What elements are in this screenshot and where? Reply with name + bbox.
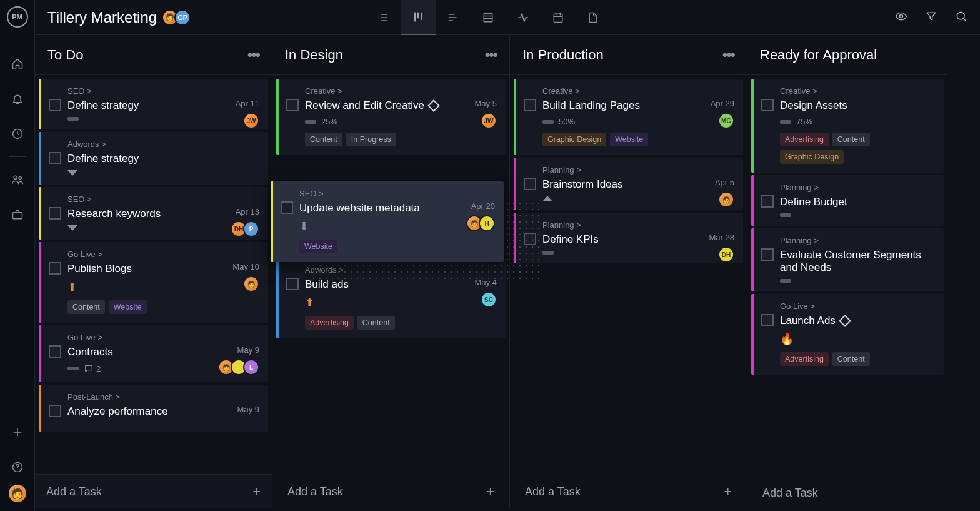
- card-assignees[interactable]: 🧑H: [470, 215, 495, 231]
- tag[interactable]: Advertising: [780, 133, 829, 146]
- add-task-button[interactable]: Add a Task+: [35, 474, 272, 508]
- task-card[interactable]: Go Live >Publish BlogsMay 10🧑⬆ContentWeb…: [39, 242, 268, 323]
- task-card[interactable]: Planning >Evaluate Customer Segments and…: [751, 228, 944, 291]
- task-card[interactable]: Planning >Define KPIsMar 28DH: [514, 213, 743, 263]
- assignee-avatar[interactable]: SC: [481, 291, 497, 308]
- tag[interactable]: Content: [358, 316, 395, 330]
- card-assignees[interactable]: SC: [484, 291, 497, 308]
- tag[interactable]: Graphic Design: [780, 150, 844, 164]
- task-checkbox[interactable]: [524, 99, 536, 111]
- tag[interactable]: In Progress: [346, 133, 396, 146]
- priority-up-icon: ⬆: [68, 280, 77, 294]
- card-assignees[interactable]: DHP: [234, 221, 259, 237]
- assignee-avatar[interactable]: JW: [481, 113, 497, 129]
- view-table-icon[interactable]: [471, 0, 506, 35]
- tag[interactable]: Advertising: [305, 316, 354, 330]
- people-icon[interactable]: [10, 172, 25, 187]
- task-checkbox[interactable]: [49, 207, 61, 220]
- task-card[interactable]: Adwords >Define strategy: [39, 132, 268, 185]
- task-checkbox[interactable]: [761, 314, 774, 326]
- assignee-avatar[interactable]: 🧑: [718, 191, 734, 208]
- view-gantt-icon[interactable]: [436, 0, 471, 35]
- view-activity-icon[interactable]: [506, 0, 541, 35]
- comments-count[interactable]: 2: [84, 363, 101, 373]
- task-checkbox[interactable]: [761, 195, 774, 208]
- tag[interactable]: Advertising: [780, 352, 829, 366]
- tag[interactable]: Website: [610, 133, 648, 146]
- task-checkbox[interactable]: [524, 178, 536, 190]
- card-assignees[interactable]: DH: [722, 246, 734, 263]
- search-icon[interactable]: [955, 10, 968, 24]
- card-assignees[interactable]: 🧑: [247, 276, 259, 292]
- assignee-avatar[interactable]: P: [243, 221, 259, 237]
- column-menu-icon[interactable]: •••: [722, 46, 734, 64]
- tag[interactable]: Graphic Design: [542, 133, 606, 146]
- task-checkbox[interactable]: [761, 248, 774, 261]
- help-icon[interactable]: [10, 460, 25, 475]
- tag[interactable]: Content: [832, 352, 870, 366]
- assignee-avatar[interactable]: 🧑: [243, 276, 259, 292]
- task-card[interactable]: Post-Launch >Analyze performanceMay 9: [39, 385, 268, 432]
- card-assignees[interactable]: 🧑: [722, 191, 734, 208]
- card-assignees[interactable]: MG: [722, 113, 734, 129]
- card-assignees[interactable]: 🧑L: [222, 359, 259, 375]
- dragging-card[interactable]: SEO > Update website metadata Apr 20 🧑H …: [271, 181, 504, 262]
- app-logo[interactable]: PM: [7, 6, 28, 28]
- tag[interactable]: Content: [305, 133, 342, 146]
- view-calendar-icon[interactable]: [541, 0, 576, 35]
- task-checkbox[interactable]: [286, 99, 299, 111]
- assignee-avatar[interactable]: MG: [718, 113, 734, 129]
- priority-high-icon: [542, 196, 552, 201]
- briefcase-icon[interactable]: [10, 207, 25, 222]
- priority-bar-icon: [305, 120, 316, 124]
- assignee-avatar[interactable]: L: [243, 359, 259, 375]
- tag[interactable]: Content: [832, 133, 870, 146]
- task-card[interactable]: Creative >Design Assets75%AdvertisingCon…: [751, 79, 944, 173]
- tag[interactable]: Website: [299, 240, 338, 253]
- task-checkbox[interactable]: [49, 152, 61, 164]
- task-checkbox[interactable]: [286, 278, 299, 290]
- add-task-label: Add a Task: [46, 485, 102, 498]
- view-board-icon[interactable]: [401, 0, 436, 35]
- bell-icon[interactable]: [10, 91, 25, 106]
- home-icon[interactable]: [10, 56, 25, 71]
- task-card[interactable]: SEO >Research keywordsApr 13DHP: [39, 187, 268, 240]
- task-checkbox[interactable]: [281, 201, 293, 214]
- task-card[interactable]: Go Live >ContractsMay 9🧑L 2: [39, 325, 268, 382]
- add-task-button[interactable]: Add a Task+: [514, 475, 743, 508]
- tag[interactable]: Content: [68, 300, 105, 314]
- task-checkbox[interactable]: [49, 99, 61, 111]
- tag[interactable]: Website: [109, 300, 147, 314]
- card-assignees[interactable]: JW: [247, 113, 259, 129]
- filter-icon[interactable]: [925, 10, 938, 24]
- assignee-avatar[interactable]: DH: [718, 246, 734, 263]
- clock-icon[interactable]: [10, 126, 25, 141]
- project-members[interactable]: 🧑GP: [166, 9, 191, 26]
- member-avatar[interactable]: GP: [174, 9, 191, 26]
- task-card[interactable]: SEO >Define strategyApr 11JW: [39, 79, 268, 129]
- card-meta: 25%: [305, 117, 497, 126]
- eye-icon[interactable]: [895, 10, 908, 24]
- task-card[interactable]: Creative >Build Landing PagesApr 29MG50%…: [514, 79, 743, 155]
- task-checkbox[interactable]: [49, 262, 61, 275]
- add-task-button[interactable]: Add a Task: [751, 478, 944, 508]
- task-checkbox[interactable]: [49, 405, 61, 417]
- task-card[interactable]: Planning >Define Budget: [751, 175, 944, 226]
- column-menu-icon[interactable]: •••: [248, 46, 259, 64]
- task-card[interactable]: Planning >Brainstorm IdeasApr 5🧑: [514, 158, 743, 210]
- assignee-avatar[interactable]: JW: [243, 113, 259, 129]
- plus-icon[interactable]: [10, 425, 25, 440]
- user-avatar[interactable]: 🧑: [9, 485, 26, 502]
- card-assignees[interactable]: JW: [484, 113, 497, 129]
- card-title: Define Budget: [780, 196, 935, 208]
- add-task-label: Add a Task: [762, 487, 818, 500]
- task-card[interactable]: Creative >Review and Edit Creative May 5…: [276, 79, 506, 155]
- add-task-button[interactable]: Add a Task+: [276, 475, 506, 508]
- task-card[interactable]: Go Live >Launch Ads 🔥AdvertisingContent: [751, 294, 944, 375]
- task-checkbox[interactable]: [761, 99, 774, 111]
- view-list-icon[interactable]: [366, 0, 401, 35]
- card-meta: [542, 251, 734, 255]
- task-checkbox[interactable]: [49, 345, 61, 358]
- column-menu-icon[interactable]: •••: [485, 46, 497, 64]
- view-file-icon[interactable]: [576, 0, 611, 35]
